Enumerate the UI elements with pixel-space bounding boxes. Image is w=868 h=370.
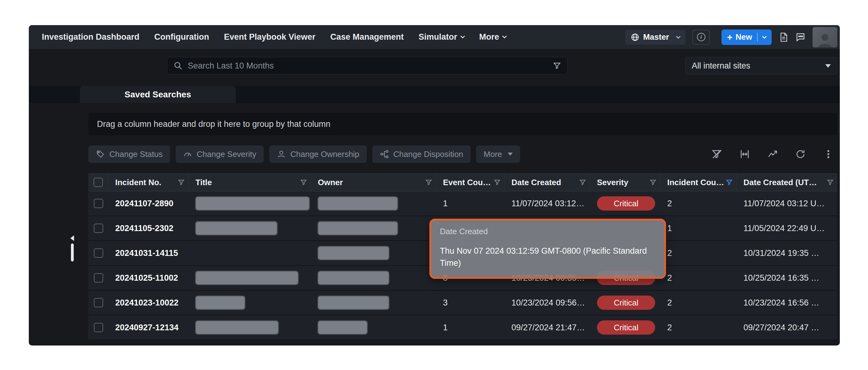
nav-item-more[interactable]: More: [479, 32, 506, 42]
cell-checkbox: [88, 315, 108, 340]
branch-selector[interactable]: Master: [625, 30, 686, 45]
column-resize-icon[interactable]: [739, 149, 750, 160]
group-by-bar[interactable]: Drag a column header and drop it here to…: [88, 113, 837, 135]
table-header-owner[interactable]: Owner: [311, 174, 436, 191]
tooltip-label: Date Created: [440, 227, 655, 236]
table-row[interactable]: 20240927-12134 1 09/27/2024 21:47… Criti…: [88, 315, 837, 340]
nav-item-investigation-dashboard[interactable]: Investigation Dashboard: [42, 32, 140, 42]
cell-checkbox: [88, 216, 108, 240]
filter-icon[interactable]: [494, 179, 501, 186]
table-row[interactable]: 20241107-2890 1 11/07/2024 03:12… Critic…: [88, 191, 837, 216]
nav-item-label: More: [479, 32, 499, 42]
document-icon[interactable]: [778, 32, 788, 42]
table-header-title[interactable]: Title: [189, 174, 311, 191]
row-checkbox[interactable]: [94, 224, 103, 233]
cell-owner: [311, 266, 436, 290]
chart-icon[interactable]: [767, 149, 778, 160]
column-label: Owner: [318, 178, 343, 187]
table-header-event-count[interactable]: Event Cou…: [436, 174, 505, 191]
table-row[interactable]: 20241023-10022 3 10/23/2024 09:56… Criti…: [88, 291, 837, 315]
new-button-label: New: [736, 32, 752, 42]
search-icon: [174, 61, 183, 70]
disposition-icon: [380, 149, 389, 159]
collapse-panel-bar[interactable]: [71, 244, 74, 261]
search-input[interactable]: [188, 61, 548, 71]
avatar[interactable]: [812, 27, 837, 48]
chevron-down-icon[interactable]: [762, 34, 767, 39]
row-checkbox[interactable]: [94, 323, 103, 332]
table-header-incident-no[interactable]: Incident No.: [108, 174, 189, 191]
row-checkbox[interactable]: [94, 298, 103, 307]
cell-incident-no[interactable]: 20240927-12134: [108, 315, 189, 340]
cell-incident-no[interactable]: 20241025-11002: [108, 266, 189, 290]
refresh-icon[interactable]: [795, 149, 806, 160]
table-header-date-created[interactable]: Date Created: [505, 174, 590, 191]
more-actions-button[interactable]: More: [476, 145, 520, 163]
table-header-severity[interactable]: Severity: [590, 174, 660, 191]
table-header-date-created-utc[interactable]: Date Created (UT…: [737, 174, 837, 191]
button-label: Change Status: [110, 149, 163, 159]
cell-owner: [311, 291, 436, 315]
tab-strip: Saved Searches: [29, 86, 840, 103]
kebab-menu-icon[interactable]: [823, 149, 834, 160]
cell-checkbox: [88, 266, 108, 290]
table-header-incident-count[interactable]: Incident Cou…: [660, 174, 737, 191]
chat-icon[interactable]: [795, 32, 806, 42]
app-window: Investigation Dashboard Configuration Ev…: [29, 25, 840, 345]
cell-incident-no[interactable]: 20241107-2890: [108, 191, 189, 216]
row-checkbox[interactable]: [94, 199, 103, 208]
severity-badge: Critical: [597, 196, 655, 210]
redacted-title: [195, 271, 298, 285]
column-label: Incident Cou…: [667, 178, 724, 187]
tab-saved-searches[interactable]: Saved Searches: [80, 86, 236, 103]
cell-date-created-utc: 10/25/2024 16:35 …: [737, 266, 837, 290]
change-severity-button[interactable]: Change Severity: [176, 145, 264, 163]
table-header-row: Incident No. Title Owner Event Cou… Date…: [88, 173, 837, 191]
group-by-hint: Drag a column header and drop it here to…: [97, 119, 330, 129]
nav-item-event-playbook-viewer[interactable]: Event Playbook Viewer: [224, 32, 315, 42]
column-label: Incident No.: [115, 178, 161, 187]
change-ownership-button[interactable]: Change Ownership: [269, 145, 367, 163]
row-checkbox[interactable]: [94, 273, 103, 283]
change-disposition-button[interactable]: Change Disposition: [372, 145, 470, 163]
select-all-checkbox[interactable]: [94, 178, 103, 187]
column-label: Event Cou…: [443, 178, 491, 187]
nav-item-simulator[interactable]: Simulator: [418, 32, 464, 42]
column-label: Date Created (UT…: [743, 178, 817, 187]
clear-filters-icon[interactable]: [712, 149, 722, 160]
filter-icon[interactable]: [827, 179, 834, 186]
search-filter-icon[interactable]: [553, 62, 561, 70]
filter-icon[interactable]: [300, 179, 307, 186]
cell-date-created: 11/07/2024 03:12…: [505, 191, 590, 216]
globe-icon: [631, 33, 640, 41]
branch-selector-label: Master: [643, 32, 669, 42]
column-label: Severity: [597, 178, 628, 187]
nav-item-case-management[interactable]: Case Management: [330, 32, 404, 42]
collapse-panel-icon: [70, 235, 74, 241]
cell-incident-count: 2: [660, 291, 737, 315]
filter-icon-active[interactable]: [726, 179, 733, 186]
ownership-icon: [277, 149, 286, 159]
filter-icon[interactable]: [650, 179, 656, 186]
nav-item-configuration[interactable]: Configuration: [154, 32, 209, 42]
column-label: Date Created: [512, 178, 561, 187]
new-button[interactable]: + New: [721, 29, 772, 45]
info-button[interactable]: i: [692, 30, 710, 45]
cell-title: [189, 241, 311, 265]
cell-incident-no[interactable]: 20241023-10022: [108, 291, 189, 315]
chevron-down-icon: [502, 34, 507, 39]
change-status-button[interactable]: Change Status: [88, 145, 170, 163]
global-search[interactable]: [167, 57, 567, 75]
filter-icon[interactable]: [579, 179, 586, 186]
cell-checkbox: [88, 191, 108, 216]
cell-date-created-utc: 10/23/2024 16:56 …: [737, 291, 837, 315]
filter-icon[interactable]: [178, 179, 185, 186]
filter-icon[interactable]: [425, 179, 432, 186]
row-checkbox[interactable]: [94, 249, 103, 258]
panel-collapse-handle[interactable]: [70, 235, 74, 261]
cell-incident-no[interactable]: 20241105-2302: [108, 216, 189, 240]
site-selector-value: All internal sites: [692, 61, 750, 71]
site-selector[interactable]: All internal sites: [685, 57, 837, 75]
redacted-owner: [318, 246, 389, 260]
cell-incident-no[interactable]: 20241031-14115: [108, 241, 189, 265]
